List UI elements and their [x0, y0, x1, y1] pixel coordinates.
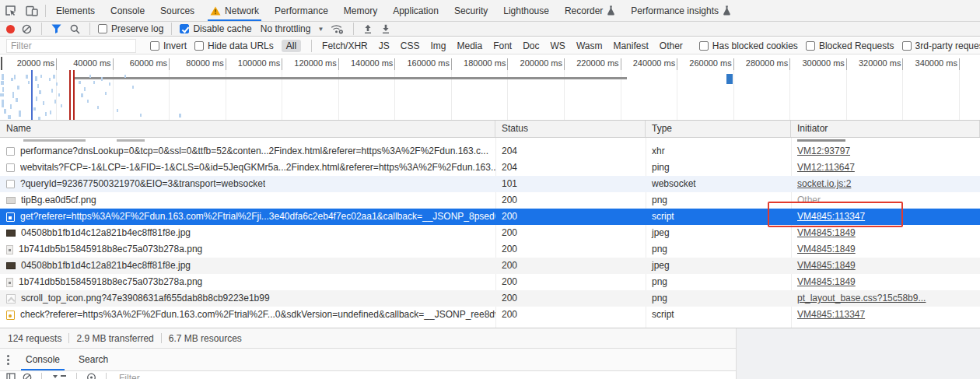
tab-console[interactable]: Console — [103, 0, 152, 21]
has-blocked-cookies-checkbox[interactable]: Has blocked cookies — [699, 40, 798, 51]
type-cell: xhr — [646, 143, 791, 160]
export-har-icon[interactable] — [380, 19, 392, 39]
initiator-link[interactable]: VM12:113647 — [797, 162, 855, 173]
third-party-requests-checkbox[interactable]: 3rd-party requests — [902, 40, 980, 51]
table-row[interactable]: 1b741db5b15845918b8ec75a073b278a.png200p… — [0, 241, 980, 258]
initiator-link[interactable]: VM4845:113347 — [797, 211, 865, 222]
filter-type-fetch-xhr[interactable]: Fetch/XHR — [322, 40, 368, 51]
filter-type-manifest[interactable]: Manifest — [613, 40, 648, 51]
initiator-link[interactable]: VM4845:1849 — [797, 260, 856, 271]
checkbox-unchecked[interactable] — [699, 41, 709, 51]
initiator-link[interactable]: socket.io.js:2 — [797, 178, 851, 189]
timeline-gridline — [902, 70, 903, 120]
drawer-menu-icon[interactable] — [0, 355, 16, 365]
filter-type-doc[interactable]: Doc — [523, 40, 539, 51]
drawer-tab-search[interactable]: Search — [69, 349, 117, 370]
drawer-tab-console[interactable]: Console — [16, 349, 69, 370]
tab-lighthouse[interactable]: Lighthouse — [495, 0, 557, 21]
record-button[interactable] — [6, 25, 15, 33]
filter-type-media[interactable]: Media — [457, 40, 482, 51]
activity-mark — [16, 98, 18, 102]
eye-icon[interactable] — [86, 373, 96, 379]
column-header-status[interactable]: Status — [495, 121, 646, 137]
request-name: 04508bb1fb1d4c12a821b4ec8ff81f8e.jpg — [21, 258, 191, 274]
checkbox-unchecked[interactable] — [150, 41, 159, 51]
filter-input[interactable] — [6, 39, 136, 53]
table-row[interactable]: tipBg.ea0d5cf.png200pngOther — [0, 192, 980, 209]
console-sidebar-icon[interactable] — [6, 373, 16, 379]
table-row[interactable]: webvitals?FCP=-1&LCP=-1&FID=-1&CLS=0&id=… — [0, 160, 980, 176]
timeline-overview[interactable] — [0, 70, 980, 121]
selected-request-marker — [726, 74, 733, 84]
tab-memory[interactable]: Memory — [336, 0, 385, 21]
tab-sources[interactable]: Sources — [152, 0, 202, 21]
filter-type-font[interactable]: Font — [493, 40, 512, 51]
tab-recorder[interactable]: Recorder — [557, 0, 623, 21]
clear-console-icon[interactable] — [23, 373, 32, 379]
tab-performance-insights[interactable]: Performance insights — [623, 0, 739, 21]
context-select[interactable] — [51, 373, 67, 379]
table-row[interactable]: 04508bb1fb1d4c12a821b4ec8ff81f8e.jpg200j… — [0, 258, 980, 274]
import-har-icon[interactable] — [362, 19, 374, 39]
tab-security[interactable]: Security — [446, 0, 495, 21]
blocked-requests-checkbox[interactable]: Blocked Requests — [806, 40, 894, 51]
table-row[interactable]: performance?dnsLookup=0&tcp=0&ssl=0&ttfb… — [0, 143, 980, 160]
activity-mark — [58, 93, 60, 97]
table-row[interactable]: scroll_top_icon.png?47e3908631af655dab8b… — [0, 290, 980, 307]
filter-type-wasm[interactable]: Wasm — [576, 40, 603, 51]
activity-mark — [14, 75, 16, 79]
checkbox-unchecked[interactable] — [98, 24, 107, 33]
hide-data-urls-checkbox[interactable]: Hide data URLs — [194, 40, 274, 51]
bottom-pane: 124 requests 2.9 MB transferred 6.7 MB r… — [0, 328, 736, 379]
disable-cache-checkbox[interactable]: Disable cache — [180, 23, 251, 34]
network-conditions-icon[interactable] — [329, 19, 345, 39]
filter-icon[interactable] — [50, 19, 63, 39]
clear-icon[interactable] — [20, 19, 33, 39]
checkbox-checked[interactable] — [180, 24, 189, 33]
timeline-tick-label: 40000 ms — [55, 58, 111, 68]
console-filter-placeholder[interactable]: Filter — [119, 373, 140, 379]
column-header-initiator[interactable]: Initiator — [791, 121, 980, 137]
tab-application[interactable]: Application — [385, 0, 446, 21]
table-row[interactable]: 04508bb1fb1d4c12a821b4ec8ff81f8e.jpg200j… — [0, 225, 980, 241]
activity-mark — [2, 100, 4, 107]
initiator-link[interactable]: VM4845:113347 — [797, 309, 865, 320]
initiator-link[interactable]: pt_layout_base.css?15c58b9... — [797, 293, 926, 304]
filter-type-img[interactable]: Img — [430, 40, 446, 51]
device-toolbar-icon[interactable] — [21, 1, 43, 21]
activity-mark — [81, 93, 83, 97]
table-row[interactable]: 1b741db5b15845918b8ec75a073b278a.png200p… — [0, 274, 980, 290]
filter-type-css[interactable]: CSS — [401, 40, 420, 51]
timeline-gridline — [959, 70, 960, 120]
filter-type-all[interactable]: All — [282, 40, 301, 52]
column-header-name[interactable]: Name — [0, 121, 495, 137]
divider — [106, 373, 107, 379]
tab-performance[interactable]: Performance — [267, 0, 336, 21]
table-row[interactable]: ?queryId=923677500321970&EIO=3&transport… — [0, 176, 980, 192]
checkbox-unchecked[interactable] — [902, 41, 912, 51]
initiator-link[interactable]: VM12:93797 — [797, 146, 850, 156]
divider — [45, 5, 46, 17]
tab-elements[interactable]: Elements — [48, 0, 103, 21]
console-toolbar: Filter — [0, 371, 736, 379]
name-cell: ?queryId=923677500321970&EIO=3&transport… — [0, 176, 495, 192]
throttling-select[interactable]: No throttling ▼ — [261, 23, 324, 34]
initiator-link[interactable]: VM4845:1849 — [797, 227, 856, 238]
column-header-type[interactable]: Type — [646, 121, 791, 137]
tab-network[interactable]: Network — [202, 0, 267, 21]
initiator-cell: VM4845:1849 — [791, 258, 980, 274]
initiator-link[interactable]: VM4845:1849 — [797, 276, 856, 287]
inspect-element-icon[interactable] — [0, 1, 21, 21]
filter-type-ws[interactable]: WS — [551, 40, 565, 51]
table-row[interactable]: get?referer=https%3A%2F%2Fdun.163.com%2F… — [0, 209, 980, 225]
initiator-link[interactable]: VM4845:1849 — [797, 244, 856, 254]
checkbox-unchecked[interactable] — [806, 41, 815, 51]
name-cell: tipBg.ea0d5cf.png — [0, 192, 495, 209]
checkbox-unchecked[interactable] — [194, 41, 204, 51]
table-row[interactable]: check?referer=https%3A%2F%2Fdun.163.com%… — [0, 307, 980, 323]
filter-type-other[interactable]: Other — [660, 40, 683, 51]
filter-type-js[interactable]: JS — [379, 40, 390, 51]
preserve-log-checkbox[interactable]: Preserve log — [98, 23, 163, 34]
search-icon[interactable] — [68, 19, 82, 39]
invert-checkbox[interactable]: Invert — [150, 40, 187, 51]
